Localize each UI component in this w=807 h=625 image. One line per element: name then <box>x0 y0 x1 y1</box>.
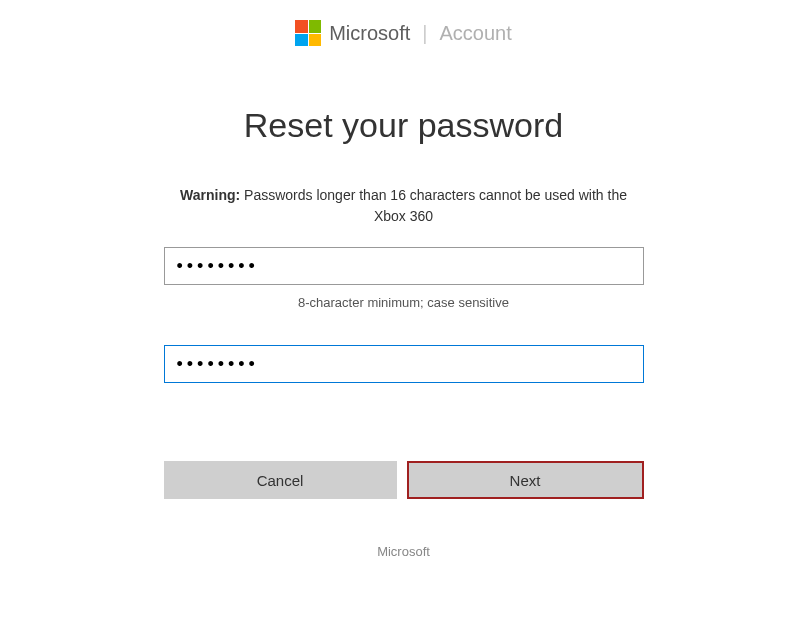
new-password-input[interactable] <box>164 247 644 285</box>
button-row: Cancel Next <box>164 461 644 499</box>
next-button[interactable]: Next <box>407 461 644 499</box>
warning-label: Warning: <box>180 187 240 203</box>
warning-text: Warning: Passwords longer than 16 charac… <box>164 185 644 227</box>
divider: | <box>422 22 427 45</box>
confirm-password-input[interactable] <box>164 345 644 383</box>
page-title: Reset your password <box>164 106 644 145</box>
microsoft-logo-icon <box>295 20 321 46</box>
brand-text: Microsoft <box>329 22 410 45</box>
header: Microsoft | Account <box>0 20 807 46</box>
warning-body: Passwords longer than 16 characters cann… <box>240 187 627 224</box>
cancel-button[interactable]: Cancel <box>164 461 397 499</box>
section-text: Account <box>440 22 512 45</box>
password-hint: 8-character minimum; case sensitive <box>164 295 644 310</box>
main-content: Reset your password Warning: Passwords l… <box>164 106 644 559</box>
footer-text: Microsoft <box>164 544 644 559</box>
